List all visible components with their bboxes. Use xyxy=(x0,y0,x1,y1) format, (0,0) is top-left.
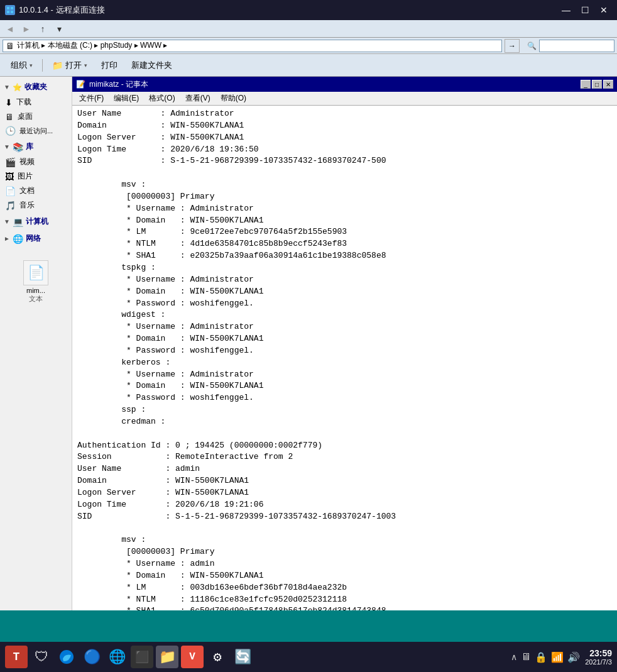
svg-rect-3 xyxy=(11,11,13,13)
sidebar-item-documents[interactable]: 📄 文档 xyxy=(0,184,72,198)
notepad-icon: 📝 xyxy=(76,80,85,89)
library-header[interactable]: ▼ 📚 库 xyxy=(0,139,72,155)
svg-rect-0 xyxy=(7,7,9,9)
search-label: 🔍 xyxy=(527,41,537,50)
library-arrow: ▼ xyxy=(4,143,10,150)
address-path-box[interactable]: 🖥 计算机 ▸ 本地磁盘 (C:) ▸ phpStudy ▸ WWW ▸ xyxy=(3,40,502,52)
taskbar-right: ∧ 🖥 🔒 📶 🔊 23:59 2021/7/3 xyxy=(511,648,612,666)
computer-section: ▼ 💻 计算机 xyxy=(0,214,72,229)
notepad-menu-help[interactable]: 帮助(O) xyxy=(216,92,251,105)
recent-button[interactable]: ▾ xyxy=(52,21,67,36)
desktop-file-item[interactable]: 📄 mim...文本 xyxy=(5,260,67,304)
notepad-menu-format[interactable]: 格式(O) xyxy=(145,92,179,105)
taskbar-settings-icon[interactable]: ⚙ xyxy=(206,646,229,668)
new-folder-button[interactable]: 新建文件夹 xyxy=(126,57,178,74)
network-arrow: ► xyxy=(4,235,10,242)
search-input[interactable] xyxy=(539,40,614,52)
monitor-icon[interactable]: 🖥 xyxy=(521,651,531,663)
library-section: ▼ 📚 库 🎬 视频 🖼 图片 📄 文档 🎵 xyxy=(0,139,72,212)
maximize-button[interactable]: ☐ xyxy=(577,4,593,16)
lock-icon[interactable]: 🔒 xyxy=(535,651,547,663)
taskbar-transfer-icon[interactable]: 🔄 xyxy=(231,646,254,668)
svg-rect-2 xyxy=(7,11,9,13)
network-section: ► 🌐 网络 xyxy=(0,231,72,246)
favorites-section: ▼ ⭐ 收藏夹 ⬇ 下载 🖥 桌面 🕒 最近访问... xyxy=(0,79,72,138)
print-button[interactable]: 打印 xyxy=(96,57,123,74)
forward-button[interactable]: ► xyxy=(19,21,34,36)
volume-icon[interactable]: 🔊 xyxy=(567,651,580,663)
title-bar-left: 10.0.1.4 - 远程桌面连接 xyxy=(5,4,105,16)
main-area: ▼ ⭐ 收藏夹 ⬇ 下载 🖥 桌面 🕒 最近访问... xyxy=(0,77,617,661)
sidebar-item-recent[interactable]: 🕒 最近访问... xyxy=(0,124,72,138)
taskbar-edge-icon[interactable] xyxy=(55,646,78,668)
notepad-maximize-button[interactable]: □ xyxy=(592,80,602,89)
taskbar-terminal-icon[interactable]: ⬛ xyxy=(131,646,153,668)
svg-rect-1 xyxy=(11,7,13,9)
sidebar-item-video[interactable]: 🎬 视频 xyxy=(0,155,72,169)
sidebar: ▼ ⭐ 收藏夹 ⬇ 下载 🖥 桌面 🕒 最近访问... xyxy=(0,77,72,661)
address-bar: 🖥 计算机 ▸ 本地磁盘 (C:) ▸ phpStudy ▸ WWW ▸ → 🔍 xyxy=(0,38,617,54)
clock-date: 2021/7/3 xyxy=(585,658,612,666)
window-icon xyxy=(5,5,15,15)
address-path-text: 计算机 ▸ 本地磁盘 (C:) ▸ phpStudy ▸ WWW ▸ xyxy=(17,40,167,51)
content-area: 📝 mimikatz - 记事本 _ □ ✕ 文件(F) 编辑(E) 格式(O)… xyxy=(72,77,617,661)
explorer-toolbar: ◄ ► ↑ ▾ xyxy=(0,20,617,38)
taskbar-clock[interactable]: 23:59 2021/7/3 xyxy=(585,648,612,666)
network-header[interactable]: ► 🌐 网络 xyxy=(0,231,72,246)
chevron-up-icon[interactable]: ∧ xyxy=(511,652,517,662)
up-button[interactable]: ↑ xyxy=(35,21,50,36)
sidebar-item-pictures[interactable]: 🖼 图片 xyxy=(0,169,72,184)
open-button[interactable]: 📁 打开 ▾ xyxy=(46,57,93,74)
toolbar-sep-1 xyxy=(42,59,43,72)
sidebar-item-music[interactable]: 🎵 音乐 xyxy=(0,198,72,212)
file-label: mim...文本 xyxy=(26,287,45,304)
title-bar-controls: — ☐ ✕ xyxy=(558,4,612,16)
file-icon: 📄 xyxy=(23,260,48,285)
notepad-text-content[interactable]: User Name : Administrator Domain : WIN-5… xyxy=(72,106,617,651)
sidebar-item-desktop[interactable]: 🖥 桌面 xyxy=(0,109,72,124)
back-button[interactable]: ◄ xyxy=(3,21,18,36)
desktop-area xyxy=(0,610,617,642)
sidebar-item-download[interactable]: ⬇ 下载 xyxy=(0,95,72,109)
window-title: 10.0.1.4 - 远程桌面连接 xyxy=(19,4,105,16)
notepad-menu-view[interactable]: 查看(V) xyxy=(181,92,215,105)
taskbar: T 🛡 🔵 🌐 ⬛ 📁 V ⚙ 🔄 ∧ 🖥 🔒 📶 🔊 23:59 2021/7… xyxy=(0,642,617,672)
organize-button[interactable]: 组织 ▾ xyxy=(5,57,38,74)
favorites-arrow: ▼ xyxy=(4,84,10,91)
taskbar-sys-icons: ∧ 🖥 🔒 📶 🔊 xyxy=(511,651,580,663)
computer-arrow: ▼ xyxy=(4,218,10,225)
title-bar: 10.0.1.4 - 远程桌面连接 — ☐ ✕ xyxy=(0,0,617,20)
close-button[interactable]: ✕ xyxy=(596,4,612,16)
notepad-title-left: 📝 mimikatz - 记事本 xyxy=(76,79,148,90)
desktop-file-area: 📄 mim...文本 xyxy=(0,248,72,309)
notepad-close-button[interactable]: ✕ xyxy=(603,80,613,89)
action-toolbar: 组织 ▾ 📁 打开 ▾ 打印 新建文件夹 xyxy=(0,54,617,77)
clock-time: 23:59 xyxy=(589,648,612,658)
notepad-menu-bar: 文件(F) 编辑(E) 格式(O) 查看(V) 帮助(O) xyxy=(72,92,617,106)
notepad-minimize-button[interactable]: _ xyxy=(581,80,591,89)
notepad-menu-file[interactable]: 文件(F) xyxy=(75,92,108,105)
taskbar-explorer-icon[interactable]: 📁 xyxy=(156,646,178,668)
computer-header[interactable]: ▼ 💻 计算机 xyxy=(0,214,72,229)
explorer-window: ◄ ► ↑ ▾ 🖥 计算机 ▸ 本地磁盘 (C:) ▸ phpStudy ▸ W… xyxy=(0,20,617,661)
taskbar-typora-icon[interactable]: T xyxy=(5,646,28,668)
notepad-menu-edit[interactable]: 编辑(E) xyxy=(109,92,143,105)
taskbar-browser2-icon[interactable]: 🌐 xyxy=(106,646,128,668)
notepad-title-bar: 📝 mimikatz - 记事本 _ □ ✕ xyxy=(72,77,617,92)
taskbar-software-icon[interactable]: 🔵 xyxy=(80,646,103,668)
taskbar-antivirus-icon[interactable]: 🛡 xyxy=(30,646,53,668)
notepad-controls: _ □ ✕ xyxy=(581,80,613,89)
taskbar-vpn-icon[interactable]: V xyxy=(181,646,204,668)
notepad-title: mimikatz - 记事本 xyxy=(89,79,148,90)
wifi-icon[interactable]: 📶 xyxy=(551,651,564,663)
address-go-button[interactable]: → xyxy=(505,39,520,53)
minimize-button[interactable]: — xyxy=(558,4,574,16)
favorites-header[interactable]: ▼ ⭐ 收藏夹 xyxy=(0,79,72,95)
